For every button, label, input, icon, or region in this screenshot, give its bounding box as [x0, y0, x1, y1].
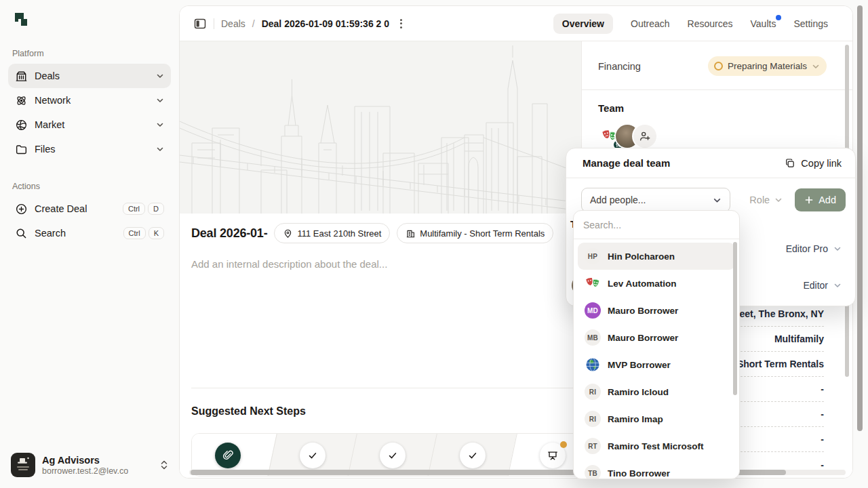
- workspace-name: Ag Advisors: [42, 454, 128, 466]
- check-icon: [307, 449, 319, 462]
- avatar: RI: [585, 411, 601, 427]
- chevron-down-icon: [713, 196, 722, 205]
- add-team-member-button[interactable]: [633, 125, 656, 148]
- up-down-icon: [160, 460, 168, 470]
- chevron-down-icon: [833, 245, 842, 253]
- sidebar-item-label: Network: [35, 95, 71, 106]
- list-item[interactable]: RT Ramiro Test Microsoft: [578, 432, 735, 460]
- breadcrumb-deals[interactable]: Deals: [221, 18, 245, 29]
- description-placeholder[interactable]: Add an internal description about the de…: [191, 258, 387, 270]
- page-scrollbar-thumb[interactable]: [857, 5, 863, 431]
- team-avatars: [598, 125, 852, 148]
- step-check-button[interactable]: [300, 443, 326, 468]
- sidebar-item-deals[interactable]: Deals: [8, 64, 171, 88]
- skyline-illustration: [180, 41, 581, 214]
- globe-avatar-icon: [585, 357, 601, 373]
- notification-dot: [560, 441, 567, 448]
- address-chip[interactable]: 111 East 210th Street: [274, 223, 390, 243]
- location-pin-icon: [283, 228, 293, 239]
- step-check-button[interactable]: [460, 443, 486, 468]
- tab-outreach[interactable]: Outreach: [631, 14, 670, 34]
- tab-bar: Overview Outreach Resources Vaults Setti…: [553, 14, 839, 34]
- network-icon: [15, 94, 28, 107]
- divider: [582, 89, 852, 90]
- create-deal-button[interactable]: Create Deal Ctrl D: [8, 197, 171, 221]
- chevron-down-icon: [774, 196, 783, 204]
- sidebar-item-market[interactable]: Market: [8, 113, 171, 137]
- masks-avatar-icon: [585, 275, 601, 291]
- workspace-info: Ag Advisors borrower.test.2@lev.co: [42, 454, 128, 476]
- tab-overview[interactable]: Overview: [553, 14, 613, 34]
- list-item[interactable]: RI Ramiro Imap: [578, 405, 735, 432]
- lev-logo: [12, 11, 30, 28]
- search-icon: [15, 227, 28, 240]
- avatar: MB: [585, 329, 601, 346]
- divider: [191, 388, 581, 388]
- avatar: RI: [585, 384, 601, 400]
- list-item[interactable]: TB Tino Borrower: [578, 460, 735, 479]
- member-role-select[interactable]: Editor Pro: [786, 243, 842, 254]
- panel-toggle-icon[interactable]: [193, 17, 207, 30]
- workspace-avatar: [11, 453, 35, 477]
- workspace-email: borrower.test.2@lev.co: [42, 466, 128, 476]
- tab-resources[interactable]: Resources: [688, 14, 733, 34]
- property-type-chip[interactable]: Multifamily - Short Term Rentals: [397, 223, 553, 243]
- presentation-icon: [547, 449, 559, 462]
- sidebar-item-label: Files: [35, 144, 56, 155]
- add-button[interactable]: Add: [795, 188, 846, 211]
- breadcrumb-current: Deal 2026-01-09 01:59:36 2 0: [262, 18, 389, 29]
- sidebar-item-label: Deals: [35, 70, 60, 81]
- circle-plus-icon: [15, 203, 28, 216]
- list-item[interactable]: RI Ramiro Icloud: [578, 378, 735, 405]
- chevron-down-icon: [812, 62, 820, 70]
- list-item[interactable]: MVP Borrower: [578, 351, 735, 378]
- step-attach-button[interactable]: [215, 443, 241, 468]
- financing-status: Preparing Materials: [728, 61, 807, 71]
- chevron-down-icon: [833, 281, 842, 289]
- list-item[interactable]: HP Hin Polcharoen: [578, 243, 735, 270]
- shortcut-keys: Ctrl K: [123, 227, 164, 239]
- building-icon: [406, 228, 416, 239]
- popover-title: Manage deal team: [583, 157, 670, 169]
- avatar: MD: [585, 302, 601, 319]
- add-people-select[interactable]: Add people...: [581, 188, 730, 212]
- chevron-down-icon: [156, 72, 164, 80]
- financing-status-dropdown[interactable]: Preparing Materials: [708, 56, 827, 76]
- list-item[interactable]: MB Mauro Borrower: [578, 324, 735, 351]
- sidebar-item-label: Market: [35, 119, 64, 130]
- chevron-down-icon: [156, 121, 164, 129]
- role-select[interactable]: Role: [749, 195, 783, 205]
- copy-icon: [785, 158, 795, 169]
- create-deal-label: Create Deal: [35, 203, 87, 214]
- copy-link-button[interactable]: Copy link: [785, 158, 842, 169]
- next-steps-title: Suggested Next Steps: [191, 405, 306, 418]
- search-button[interactable]: Search Ctrl K: [8, 221, 171, 245]
- tab-vaults[interactable]: Vaults: [751, 14, 776, 34]
- platform-section-label: Platform: [12, 49, 167, 58]
- tab-settings[interactable]: Settings: [793, 14, 828, 34]
- step-check-button[interactable]: [380, 443, 406, 468]
- list-item[interactable]: MD Mauro Borrower: [578, 297, 735, 324]
- member-role-select[interactable]: Editor: [803, 280, 842, 291]
- people-list: HP Hin Polcharoen Lev Automation MD Maur…: [574, 239, 739, 479]
- people-search-dropdown: HP Hin Polcharoen Lev Automation MD Maur…: [573, 210, 740, 479]
- kebab-menu-icon[interactable]: [396, 15, 406, 33]
- dropdown-scrollbar-thumb[interactable]: [733, 242, 737, 395]
- sidebar: Platform Deals Network Market Files Acti…: [0, 0, 179, 488]
- people-search-input[interactable]: [583, 220, 730, 230]
- sidebar-item-network[interactable]: Network: [8, 88, 171, 113]
- notification-dot: [776, 15, 781, 20]
- horizontal-scrollbar-track[interactable]: [189, 470, 846, 475]
- shortcut-keys: Ctrl D: [123, 203, 164, 215]
- divider: [214, 18, 214, 29]
- actions-section-label: Actions: [12, 182, 167, 191]
- team-label: Team: [598, 102, 852, 114]
- status-ring-icon: [714, 62, 723, 70]
- folder-icon: [15, 143, 28, 156]
- list-item[interactable]: Lev Automation: [578, 270, 735, 297]
- step-presentation-button[interactable]: [540, 443, 566, 468]
- popover-controls: Add people... Role Add: [581, 188, 846, 212]
- workspace-switcher[interactable]: Ag Advisors borrower.test.2@lev.co: [8, 450, 171, 480]
- sidebar-item-files[interactable]: Files: [8, 137, 171, 161]
- topbar: Deals / Deal 2026-01-09 01:59:36 2 0 Ove…: [180, 6, 852, 41]
